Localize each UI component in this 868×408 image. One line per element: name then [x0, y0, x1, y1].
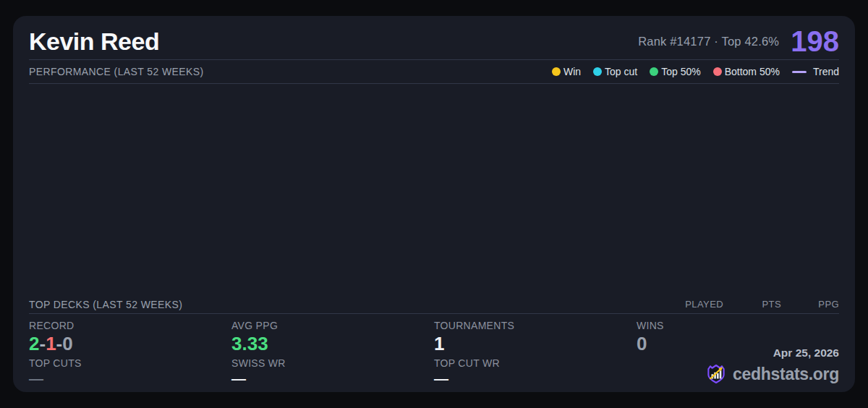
points-value: 198: [791, 27, 839, 56]
stat-record: RECORD 2-1-0 TOP CUTS —: [29, 320, 231, 383]
header-right: Rank #14177 · Top 42.6% 198: [638, 27, 839, 56]
legend-item-win: Win: [552, 66, 581, 77]
record-losses: 1: [46, 333, 56, 354]
top-decks-header-row: TOP DECKS (LAST 52 WEEKS) PLAYED PTS PPG: [29, 295, 839, 314]
top-50-dot-icon: [650, 67, 658, 76]
bottom-50-dot-icon: [713, 67, 722, 76]
record-draws: 0: [62, 333, 72, 354]
stat-label: AVG PPG: [231, 320, 434, 331]
top-cut-dot-icon: [593, 67, 602, 76]
legend-label: Win: [563, 66, 581, 77]
top-cut-wr-value: —: [434, 374, 637, 383]
win-dot-icon: [552, 67, 561, 76]
top-cuts-value: —: [29, 374, 231, 383]
site-name: cedhstats.org: [733, 365, 839, 384]
top-decks-title: TOP DECKS (LAST 52 WEEKS): [29, 299, 182, 310]
footer-branding: Apr 25, 2026 cedhstats.org: [705, 347, 839, 385]
stat-label: TOURNAMENTS: [434, 320, 637, 331]
player-stats-card: Kevin Reed Rank #14177 · Top 42.6% 198 P…: [13, 16, 855, 392]
stat-label: TOP CUTS: [29, 357, 231, 369]
card-header: Kevin Reed Rank #14177 · Top 42.6% 198: [29, 16, 839, 60]
rank-line: Rank #14177 · Top 42.6%: [638, 35, 779, 48]
legend-label: Bottom 50%: [725, 66, 780, 77]
stat-label: WINS: [637, 320, 839, 331]
legend-item-bottom-50: Bottom 50%: [713, 66, 780, 77]
record-value: 2-1-0: [29, 333, 231, 355]
stat-avg-ppg: AVG PPG 3.33 SWISS WR —: [231, 320, 434, 383]
column-played: PLAYED: [665, 299, 723, 310]
chart-legend: Win Top cut Top 50% Bottom 50% Trend: [552, 66, 839, 77]
avg-ppg-value: 3.33: [231, 333, 434, 355]
record-wins: 2: [29, 333, 39, 354]
column-pts: PTS: [723, 299, 781, 310]
legend-label: Trend: [813, 66, 839, 77]
performance-chart-area: [29, 84, 839, 295]
legend-item-top-cut: Top cut: [593, 66, 637, 77]
column-ppg: PPG: [781, 299, 839, 310]
cedhstats-shield-logo-icon: [705, 363, 727, 385]
stat-label: TOP CUT WR: [434, 357, 637, 369]
performance-title: PERFORMANCE (LAST 52 WEEKS): [29, 66, 204, 77]
legend-label: Top 50%: [661, 66, 700, 77]
swiss-wr-value: —: [231, 374, 434, 383]
performance-header-row: PERFORMANCE (LAST 52 WEEKS) Win Top cut …: [29, 60, 839, 84]
legend-label: Top cut: [605, 66, 637, 77]
stat-label: SWISS WR: [231, 357, 434, 369]
record-separator: -: [56, 333, 63, 354]
deck-column-headers: PLAYED PTS PPG: [665, 299, 839, 310]
tournaments-value: 1: [434, 333, 637, 355]
site-branding-row: cedhstats.org: [705, 363, 839, 385]
trend-line-icon: [792, 71, 807, 73]
stat-tournaments: TOURNAMENTS 1 TOP CUT WR —: [434, 320, 637, 383]
record-separator: -: [39, 333, 46, 354]
player-name: Kevin Reed: [29, 27, 159, 56]
legend-item-top-50: Top 50%: [650, 66, 700, 77]
legend-item-trend: Trend: [792, 66, 839, 77]
stats-section: RECORD 2-1-0 TOP CUTS — AVG PPG 3.33 SWI…: [29, 314, 839, 392]
generated-date: Apr 25, 2026: [705, 347, 839, 360]
stat-label: RECORD: [29, 320, 231, 331]
